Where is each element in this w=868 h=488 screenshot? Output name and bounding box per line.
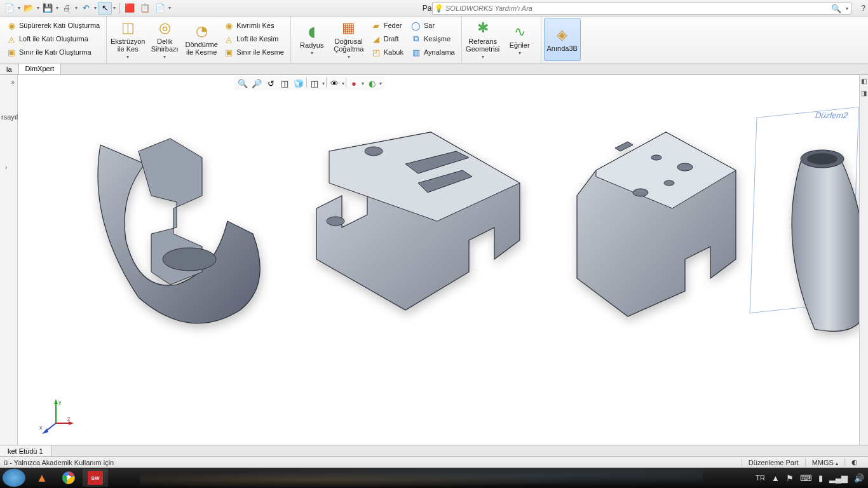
- task-pane[interactable]: ◧ ◨: [859, 75, 868, 445]
- ribbon-group-cut: ◫ Ekstrüzyonile Kes ▾ ◎ DelikSihirbazı ▾…: [107, 17, 291, 63]
- zoom-fit-icon[interactable]: 🔍: [236, 78, 249, 89]
- motion-study-tabs: ket Etüdü 1: [0, 445, 868, 456]
- tab-la[interactable]: la: [0, 64, 19, 74]
- model-part-3[interactable]: [558, 113, 761, 344]
- ribbon-group-instant3d: ◈ Anında3B: [541, 17, 583, 63]
- tray-battery-icon[interactable]: ▮: [818, 473, 823, 483]
- chevron-right-icon[interactable]: ›: [5, 164, 7, 171]
- cmd-hole-wizard[interactable]: ◎ DelikSihirbazı ▾: [146, 18, 183, 61]
- start-button[interactable]: [3, 469, 25, 487]
- cmd-fillet[interactable]: ◖ Radyus ▾: [294, 18, 330, 61]
- tray-up-icon[interactable]: ▲: [771, 473, 780, 483]
- taskpane-tab-icon[interactable]: ◨: [861, 90, 867, 97]
- zoom-area-icon[interactable]: 🔎: [250, 78, 263, 89]
- status-icon[interactable]: ◐: [844, 458, 864, 466]
- svg-point-5: [664, 180, 674, 186]
- status-units[interactable]: MMGS ▴: [805, 459, 844, 466]
- cmd-mirror[interactable]: ▥Aynalama: [410, 46, 456, 58]
- panel-expand-icon[interactable]: »: [11, 79, 15, 86]
- ribbon-group-reference: ✱ ReferansGeometrisi ▾ ∿ Eğriler ▾: [462, 17, 541, 63]
- tray-wifi-icon[interactable]: ▂▄▆: [829, 473, 848, 483]
- cmd-boundary-cut[interactable]: ▣Sınır ile Kesme: [222, 46, 285, 58]
- orientation-triad[interactable]: y z x: [37, 398, 75, 436]
- main-area: » rsayıl › 🔍 🔎 ↺ ◫ 🧊 ◫ ▾ 👁 ▾ ● ▾ ◐ ▾ Düz…: [0, 75, 868, 445]
- svg-point-2: [327, 217, 344, 226]
- svg-point-1: [365, 147, 383, 156]
- help-search-input[interactable]: [444, 4, 829, 12]
- svg-text:y: y: [58, 399, 62, 405]
- taskbar-app-vlc[interactable]: ▲: [29, 469, 55, 487]
- tree-text-fragment: rsayıl: [1, 113, 18, 121]
- status-mode: Düzenleme Part: [742, 459, 805, 466]
- model-part-2[interactable]: [291, 113, 545, 344]
- cmd-swept-boss[interactable]: ◉Süpürerek Katı Oluşturma: [5, 19, 101, 32]
- display-style-icon[interactable]: ◫: [308, 78, 321, 89]
- status-bar: ü - Yalnızca Akademik Kullanım için Düze…: [0, 456, 868, 468]
- cmd-loft-cut[interactable]: ◬Loft ile Kesim: [222, 32, 285, 45]
- section-view-icon[interactable]: ◫: [278, 78, 291, 89]
- cmd-curves[interactable]: ∿ Eğriler ▾: [501, 18, 538, 61]
- cmd-linear-pattern[interactable]: ▦ DoğrusalÇoğaltma ▾: [330, 18, 367, 61]
- svg-point-0: [163, 248, 216, 271]
- taskpane-tab-icon[interactable]: ◧: [861, 78, 867, 85]
- cmd-swept-cut[interactable]: ◉Kıvrımlı Kes: [222, 19, 285, 32]
- scene-icon[interactable]: ◐: [365, 78, 378, 89]
- heads-up-view-toolbar: 🔍 🔎 ↺ ◫ 🧊 ◫ ▾ 👁 ▾ ● ▾ ◐ ▾: [234, 76, 384, 90]
- feature-tree-panel[interactable]: » rsayıl ›: [0, 75, 18, 445]
- motion-study-tab[interactable]: ket Etüdü 1: [0, 445, 51, 456]
- cmd-reference-geometry[interactable]: ✱ ReferansGeometrisi ▾: [465, 18, 501, 61]
- ribbon: ◉Süpürerek Katı Oluşturma ◬Loft ile Katı…: [0, 17, 868, 64]
- command-manager-tabs: la DimXpert: [0, 64, 868, 75]
- taskbar-app-solidworks[interactable]: SW: [83, 469, 108, 487]
- model-part-1[interactable]: [69, 107, 278, 351]
- appearance-icon[interactable]: ●: [348, 78, 360, 89]
- tray-keyboard-icon[interactable]: ⌨: [800, 473, 812, 483]
- taskbar-wallpaper: [140, 468, 703, 488]
- qat-print-button[interactable]: 🖨: [60, 2, 74, 15]
- svg-point-3: [651, 155, 661, 160]
- cmd-loft-boss[interactable]: ◬Loft ile Katı Oluşturma: [5, 32, 101, 45]
- lightbulb-icon: 💡: [433, 4, 444, 13]
- svg-point-6: [633, 189, 648, 196]
- windows-taskbar: ▲ SW TR ▲ ⚑ ⌨ ▮ ▂▄▆ 🔊: [0, 468, 868, 488]
- cmd-wrap[interactable]: ◯Sar: [410, 19, 456, 32]
- ribbon-group-pattern: ◖ Radyus ▾ ▦ DoğrusalÇoğaltma ▾ ▰Feder ◢…: [291, 17, 462, 63]
- svg-marker-10: [54, 399, 58, 404]
- hide-show-icon[interactable]: 👁: [328, 78, 341, 89]
- tab-dimxpert[interactable]: DimXpert: [19, 64, 62, 74]
- search-icon[interactable]: 🔍: [829, 3, 843, 14]
- tray-volume-icon[interactable]: 🔊: [854, 473, 864, 483]
- qat-open-button[interactable]: 📂: [22, 2, 36, 15]
- cmd-shell[interactable]: ◰Kabuk: [370, 46, 405, 58]
- cmd-rib[interactable]: ▰Feder: [370, 19, 405, 32]
- qat-doc-button[interactable]: 📄: [153, 2, 167, 15]
- quick-access-toolbar: 📄 ▾ 📂 ▾ 💾 ▾ 🖨 ▾ ↶ ▾ ↖ ▾ 🟥 📋 📄 ▾: [0, 2, 171, 15]
- previous-view-icon[interactable]: ↺: [264, 78, 277, 89]
- cmd-instant3d[interactable]: ◈ Anında3B: [544, 18, 581, 61]
- cmd-extruded-cut[interactable]: ◫ Ekstrüzyonile Kes ▾: [109, 18, 146, 61]
- help-search[interactable]: 💡 🔍 ▾: [432, 2, 851, 15]
- cmd-intersect[interactable]: ⧉Kesişme: [410, 32, 456, 45]
- qat-select-button[interactable]: ↖: [98, 2, 112, 15]
- view-orientation-icon[interactable]: 🧊: [292, 78, 305, 89]
- model-part-4[interactable]: [764, 139, 859, 357]
- taskbar-app-chrome[interactable]: [56, 469, 81, 487]
- graphics-viewport[interactable]: 🔍 🔎 ↺ ◫ 🧊 ◫ ▾ 👁 ▾ ● ▾ ◐ ▾ Düzlem2 Düzlem: [18, 75, 859, 445]
- help-icon[interactable]: ?: [861, 4, 865, 13]
- svg-text:x: x: [39, 424, 43, 431]
- qat-undo-button[interactable]: ↶: [79, 2, 93, 15]
- qat-new-button[interactable]: 📄: [3, 2, 17, 15]
- ribbon-group-features: ◉Süpürerek Katı Oluşturma ◬Loft ile Katı…: [0, 17, 107, 63]
- status-left-text: ü - Yalnızca Akademik Kullanım için: [4, 459, 114, 466]
- cmd-boundary-boss[interactable]: ▣Sınır ile Katı Oluşturma: [5, 46, 101, 58]
- qat-options-button[interactable]: 📋: [138, 2, 152, 15]
- svg-point-8: [807, 153, 837, 165]
- title-bar: 📄 ▾ 📂 ▾ 💾 ▾ 🖨 ▾ ↶ ▾ ↖ ▾ 🟥 📋 📄 ▾ Part1 * …: [0, 0, 868, 17]
- tray-flag-icon[interactable]: ⚑: [786, 473, 794, 483]
- cmd-revolved-cut[interactable]: ◔ Döndürmeile Kesme: [183, 18, 220, 61]
- system-tray: TR ▲ ⚑ ⌨ ▮ ▂▄▆ 🔊: [756, 468, 864, 488]
- qat-save-button[interactable]: 💾: [41, 2, 55, 15]
- qat-rebuild-button[interactable]: 🟥: [123, 2, 137, 15]
- cmd-draft[interactable]: ◢Draft: [370, 32, 405, 45]
- tray-language[interactable]: TR: [756, 474, 765, 482]
